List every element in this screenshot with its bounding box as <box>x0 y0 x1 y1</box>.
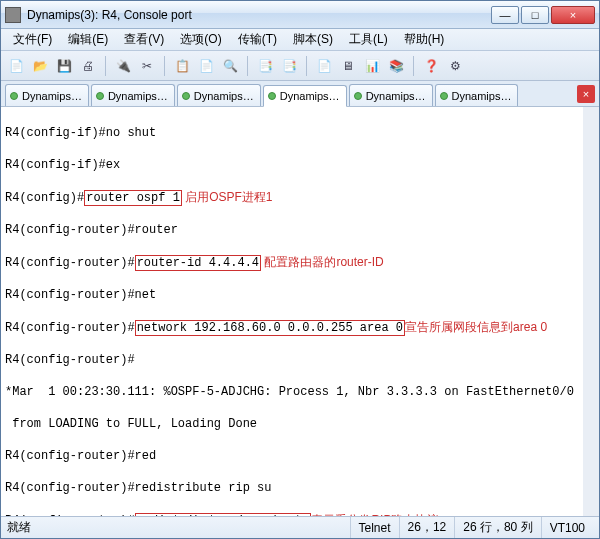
status-dot-icon <box>96 92 104 100</box>
session-tab[interactable]: Dynamips… <box>349 84 433 106</box>
tab-label: Dynamips… <box>194 90 254 102</box>
terminal-line: R4(config-router)#network 192.168.60.0 0… <box>5 319 579 336</box>
menu-option[interactable]: 选项(O) <box>174 29 227 50</box>
annotation: 启用OSPF进程1 <box>182 190 273 204</box>
toolbar-sessions-icon[interactable]: 📑 <box>278 55 300 77</box>
toolbar-separator <box>105 56 106 76</box>
window-title: Dynamips(3): R4, Console port <box>27 8 491 22</box>
toolbar-separator <box>306 56 307 76</box>
toolbar-library-icon[interactable]: 📚 <box>385 55 407 77</box>
status-dot-icon <box>354 92 362 100</box>
tab-label: Dynamips… <box>22 90 82 102</box>
toolbar-session-icon[interactable]: 📑 <box>254 55 276 77</box>
status-bar: 就绪 Telnet 26，12 26 行，80 列 VT100 <box>1 516 599 538</box>
menu-bar: 文件(F) 编辑(E) 查看(V) 选项(O) 传输(T) 脚本(S) 工具(L… <box>1 29 599 51</box>
toolbar-new-icon[interactable]: 📄 <box>5 55 27 77</box>
close-tab-icon[interactable]: × <box>577 85 595 103</box>
tab-label: Dynamips… <box>452 90 512 102</box>
menu-file[interactable]: 文件(F) <box>7 29 58 50</box>
session-tab[interactable]: Dynamips… <box>177 84 261 106</box>
toolbar-paste-icon[interactable]: 📄 <box>195 55 217 77</box>
close-button[interactable]: × <box>551 6 595 24</box>
minimize-button[interactable]: — <box>491 6 519 24</box>
highlighted-cmd: redistribute rip subnets <box>135 513 312 516</box>
toolbar-help-icon[interactable]: ❓ <box>420 55 442 77</box>
terminal-line: R4(config-router)# <box>5 352 579 368</box>
tab-label: Dynamips… <box>366 90 426 102</box>
status-ready: 就绪 <box>7 517 39 538</box>
toolbar-print-icon[interactable]: 🖨 <box>77 55 99 77</box>
toolbar-save-icon[interactable]: 💾 <box>53 55 75 77</box>
toolbar-copy-icon[interactable]: 📋 <box>171 55 193 77</box>
status-protocol: Telnet <box>350 517 399 538</box>
terminal-line: R4(config-if)#ex <box>5 157 579 173</box>
toolbar-open-icon[interactable]: 📂 <box>29 55 51 77</box>
annotation: 表示重分发RIP路由协议 <box>311 513 439 516</box>
terminal-line: R4(config)#router ospf 1 启用OSPF进程1 <box>5 189 579 206</box>
terminal-line: R4(config-router)#router <box>5 222 579 238</box>
menu-edit[interactable]: 编辑(E) <box>62 29 114 50</box>
status-dot-icon <box>268 92 276 100</box>
terminal-output[interactable]: R4(config-if)#no shut R4(config-if)#ex R… <box>1 107 599 516</box>
title-bar: Dynamips(3): R4, Console port — □ × <box>1 1 599 29</box>
toolbar-connect-icon[interactable]: 🔌 <box>112 55 134 77</box>
terminal-line: R4(config-router)#redistribute rip su <box>5 480 579 496</box>
session-tab[interactable]: Dynamips… <box>5 84 89 106</box>
session-tab-active[interactable]: Dynamips… <box>263 85 347 107</box>
toolbar-settings-icon[interactable]: ⚙ <box>444 55 466 77</box>
toolbar-find-icon[interactable]: 🔍 <box>219 55 241 77</box>
status-mode: VT100 <box>541 517 593 538</box>
terminal-line: *Mar 1 00:23:30.111: %OSPF-5-ADJCHG: Pro… <box>5 384 579 400</box>
toolbar-separator <box>247 56 248 76</box>
session-tab[interactable]: Dynamips… <box>91 84 175 106</box>
terminal-line: R4(config-router)#router-id 4.4.4.4 配置路由… <box>5 254 579 271</box>
session-tab[interactable]: Dynamips… <box>435 84 519 106</box>
status-dot-icon <box>10 92 18 100</box>
menu-transfer[interactable]: 传输(T) <box>232 29 283 50</box>
terminal-line: R4(config-router)#net <box>5 287 579 303</box>
tab-label: Dynamips… <box>108 90 168 102</box>
menu-script[interactable]: 脚本(S) <box>287 29 339 50</box>
toolbar-separator <box>413 56 414 76</box>
window-buttons: — □ × <box>491 6 595 24</box>
highlighted-cmd: router-id 4.4.4.4 <box>135 255 261 271</box>
maximize-button[interactable]: □ <box>521 6 549 24</box>
status-cursor-pos: 26，12 <box>399 517 455 538</box>
menu-help[interactable]: 帮助(H) <box>398 29 451 50</box>
toolbar-terminal-icon[interactable]: 🖥 <box>337 55 359 77</box>
status-dot-icon <box>182 92 190 100</box>
annotation: 宣告所属网段信息到area 0 <box>405 320 547 334</box>
highlighted-cmd: router ospf 1 <box>84 190 182 206</box>
toolbar-chart-icon[interactable]: 📊 <box>361 55 383 77</box>
terminal-line: R4(config-if)#no shut <box>5 125 579 141</box>
toolbar-separator <box>164 56 165 76</box>
toolbar-log-icon[interactable]: 📄 <box>313 55 335 77</box>
annotation: 配置路由器的router-ID <box>261 255 384 269</box>
toolbar-disconnect-icon[interactable]: ✂ <box>136 55 158 77</box>
tab-label: Dynamips… <box>280 90 340 102</box>
menu-view[interactable]: 查看(V) <box>118 29 170 50</box>
menu-tool[interactable]: 工具(L) <box>343 29 394 50</box>
toolbar: 📄 📂 💾 🖨 🔌 ✂ 📋 📄 🔍 📑 📑 📄 🖥 📊 📚 ❓ ⚙ <box>1 51 599 81</box>
status-dot-icon <box>440 92 448 100</box>
status-size: 26 行，80 列 <box>454 517 540 538</box>
terminal-line: R4(config-router)#red <box>5 448 579 464</box>
highlighted-cmd: network 192.168.60.0 0.0.0.255 area 0 <box>135 320 405 336</box>
tab-strip: Dynamips… Dynamips… Dynamips… Dynamips… … <box>1 81 599 107</box>
app-icon <box>5 7 21 23</box>
terminal-line: from LOADING to FULL, Loading Done <box>5 416 579 432</box>
terminal-line: R4(config-router)#redistribute rip subne… <box>5 512 579 516</box>
